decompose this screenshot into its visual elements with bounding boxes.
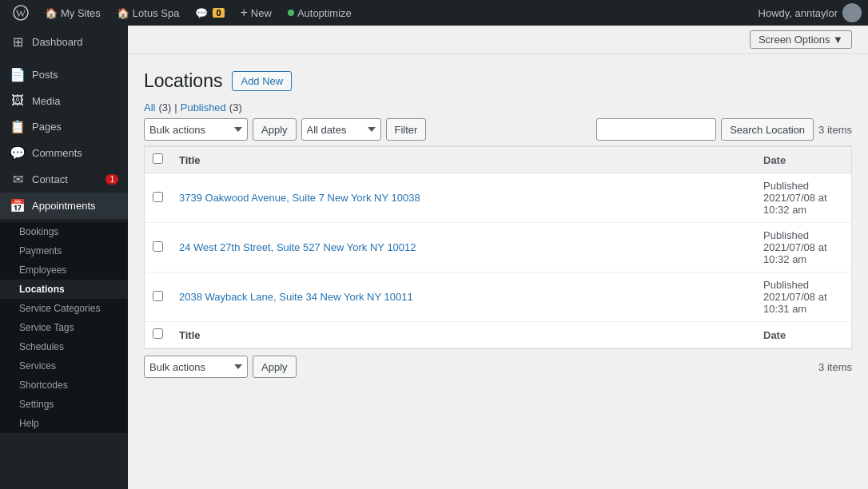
location-status-0: Published (763, 180, 809, 192)
filter-button[interactable]: Filter (386, 118, 427, 141)
sidebar-item-label: Pages (32, 121, 62, 133)
location-title-link-0[interactable]: 3739 Oakwood Avenue, Suite 7 New York NY… (179, 192, 420, 204)
row-title-cell: 3739 Oakwood Avenue, Suite 7 New York NY… (171, 173, 755, 223)
select-all-checkbox[interactable] (153, 153, 163, 164)
sidebar-main-section: 📄 Posts 🖼 Media 📋 Pages 💬 Comments ✉ Con… (0, 58, 128, 222)
table-row: 3739 Oakwood Avenue, Suite 7 New York NY… (145, 173, 851, 223)
settings-label: Settings (19, 399, 54, 410)
search-location-input[interactable] (596, 118, 716, 141)
comments-sidebar-icon: 💬 (10, 145, 26, 161)
bulk-actions-select-bottom[interactable]: Bulk actions (144, 356, 248, 378)
row-checkbox-2[interactable] (153, 291, 163, 301)
service-categories-label: Service Categories (19, 303, 100, 314)
help-label: Help (19, 418, 39, 429)
locations-table-wrapper: Title Date 3739 Oakwood Avenue, Suite 7 … (144, 145, 852, 349)
pages-icon: 📋 (10, 119, 26, 134)
dates-select[interactable]: All dates (301, 118, 381, 141)
sidebar-item-appointments[interactable]: 📅 Appointments (0, 193, 128, 219)
locations-tbody: 3739 Oakwood Avenue, Suite 7 New York NY… (145, 173, 851, 322)
row-checkbox-cell (145, 272, 171, 322)
table-row: 24 West 27th Street, Suite 527 New York … (145, 223, 851, 272)
sidebar-item-employees[interactable]: Employees (0, 260, 128, 280)
sidebar-item-pages[interactable]: 📋 Pages (0, 113, 128, 140)
sidebar-item-dashboard[interactable]: ⊞ Dashboard (0, 29, 128, 55)
search-location-button[interactable]: Search Location (721, 118, 814, 141)
filter-all-link[interactable]: All (144, 101, 155, 113)
location-date-0: 2021/07/08 at 10:32 am (763, 192, 827, 216)
row-checkbox-0[interactable] (153, 192, 163, 202)
posts-icon: 📄 (10, 67, 26, 82)
sidebar-item-label: Appointments (32, 200, 96, 212)
my-sites-menu[interactable]: 🏠 My Sites (38, 0, 107, 26)
sidebar-item-service-tags[interactable]: Service Tags (0, 318, 128, 337)
row-date-cell: Published 2021/07/08 at 10:32 am (755, 173, 851, 223)
row-title-cell: 2038 Wayback Lane, Suite 34 New York NY … (171, 272, 755, 322)
items-count-bottom: 3 items (818, 361, 852, 373)
screen-options-button[interactable]: Screen Options ▼ (750, 30, 852, 49)
services-label: Services (19, 360, 56, 372)
sidebar-item-label: Media (32, 95, 60, 107)
filter-published-link[interactable]: Published (181, 101, 226, 113)
sidebar-item-posts[interactable]: 📄 Posts (0, 62, 128, 88)
site-name-menu[interactable]: 🏠 Lotus Spa (110, 0, 186, 26)
new-label: New (251, 7, 272, 19)
sidebar-item-schedules[interactable]: Schedules (0, 337, 128, 356)
header-checkbox-col (145, 147, 171, 173)
wp-logo[interactable]: W (6, 0, 35, 26)
sidebar-item-label: Contact (32, 173, 68, 185)
locations-label: Locations (19, 284, 65, 295)
header-title-col: Title (171, 147, 755, 173)
location-date-1: 2021/07/08 at 10:32 am (763, 241, 827, 265)
sidebar-item-locations[interactable]: Locations (0, 280, 128, 299)
site-name-label: Lotus Spa (133, 7, 180, 19)
new-content-menu[interactable]: + New (234, 0, 278, 26)
comments-menu[interactable]: 💬 0 (189, 0, 230, 26)
sidebar-item-comments[interactable]: 💬 Comments (0, 140, 128, 166)
sidebar-item-settings[interactable]: Settings (0, 395, 128, 414)
location-title-link-1[interactable]: 24 West 27th Street, Suite 527 New York … (179, 241, 416, 253)
row-date-cell: Published 2021/07/08 at 10:31 am (755, 272, 851, 322)
user-greeting: Howdy, anntaylor (759, 7, 838, 19)
sidebar-item-services[interactable]: Services (0, 356, 128, 376)
sidebar-item-payments[interactable]: Payments (0, 241, 128, 260)
location-title-link-2[interactable]: 2038 Wayback Lane, Suite 34 New York NY … (179, 291, 413, 303)
add-new-button[interactable]: Add New (232, 71, 292, 91)
date-col-label: Date (763, 154, 786, 166)
user-info: Howdy, anntaylor (759, 3, 862, 22)
search-area: Search Location 3 items (596, 118, 852, 141)
avatar[interactable] (842, 3, 862, 22)
bulk-actions-select-top[interactable]: Bulk actions (144, 118, 248, 141)
bottom-actions-row: Bulk actions Apply 3 items (144, 356, 852, 378)
sidebar-item-shortcodes[interactable]: Shortcodes (0, 376, 128, 395)
contact-badge: 1 (106, 174, 118, 185)
footer-date-label: Date (763, 329, 786, 341)
shortcodes-label: Shortcodes (19, 380, 68, 391)
sidebar-item-help[interactable]: Help (0, 414, 128, 433)
site-home-icon: 🏠 (117, 7, 129, 19)
sidebar-item-label: Comments (32, 147, 82, 159)
sidebar-item-bookings[interactable]: Bookings (0, 222, 128, 241)
apply-button-top[interactable]: Apply (253, 118, 297, 141)
table-header-row: Title Date (145, 147, 851, 173)
apply-button-bottom[interactable]: Apply (253, 356, 297, 378)
comments-icon: 💬 (195, 7, 208, 19)
sidebar-item-contact[interactable]: ✉ Contact 1 (0, 166, 128, 193)
payments-label: Payments (19, 245, 62, 256)
filter-published-count: (3) (229, 101, 242, 113)
header-date-col: Date (755, 147, 851, 173)
dashboard-icon: ⊞ (10, 34, 26, 50)
autoptimize-menu[interactable]: Autoptimize (281, 0, 358, 26)
svg-text:W: W (16, 7, 26, 19)
row-checkbox-1[interactable] (153, 241, 163, 252)
sidebar-item-label: Dashboard (32, 36, 83, 48)
table-footer-row: Title Date (145, 322, 851, 348)
my-sites-label: My Sites (61, 7, 101, 19)
sidebar-item-media[interactable]: 🖼 Media (0, 88, 128, 113)
footer-title-label: Title (179, 329, 201, 341)
sidebar-item-service-categories[interactable]: Service Categories (0, 299, 128, 318)
row-checkbox-cell (145, 173, 171, 223)
contact-icon: ✉ (10, 172, 26, 187)
sidebar-item-label: Posts (32, 69, 58, 81)
table-row: 2038 Wayback Lane, Suite 34 New York NY … (145, 272, 851, 322)
select-all-footer-checkbox[interactable] (153, 328, 163, 339)
